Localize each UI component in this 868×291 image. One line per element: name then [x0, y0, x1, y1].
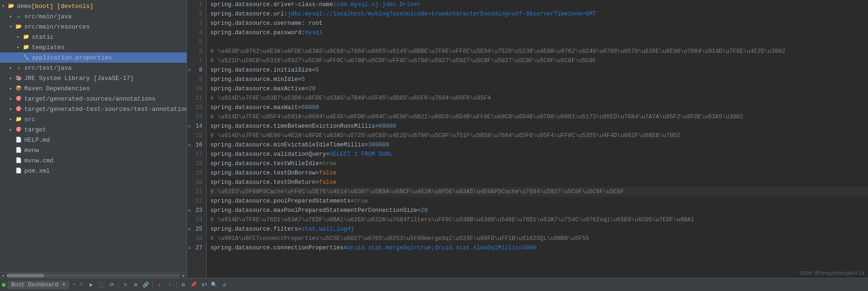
sidebar-item-jre[interactable]: JRE System Library [JavaSE-17] — [0, 73, 187, 83]
down-button[interactable]: ↓ — [155, 280, 164, 290]
code-line-9: spring.datasource.minIdle=5 — [210, 75, 868, 84]
jre-label: JRE System Library [JavaSE-17] — [24, 75, 134, 82]
scroll-left-icon[interactable]: ◂ — [0, 273, 6, 278]
close-tab-icon[interactable]: × — [62, 282, 65, 288]
line-num-26: 26 — [187, 234, 206, 243]
code-line-10: spring.datasource.maxActive=20 — [210, 84, 868, 94]
code-line-22: spring.datasource.poolPreparedStatements… — [210, 196, 868, 206]
arrow-icon — [9, 96, 15, 102]
scrollbar-track[interactable] — [7, 274, 180, 277]
code-line-26: # \u901A\u8FC7connectProperties\u5C5E\u6… — [210, 234, 868, 243]
sidebar-item-maven[interactable]: Maven Dependencies — [0, 83, 187, 94]
pin-button[interactable]: 📌 — [189, 280, 198, 290]
maximize-icon[interactable]: □ — [78, 282, 85, 288]
line-num-21: 21 — [187, 187, 206, 196]
code-line-11: # \u914D\u7F6E\u83B7\u53D6\u8FDE\u63A5\u… — [210, 94, 868, 103]
code-line-15: # \u914D\u7F6E\u4E00\u4E2A\u8FDE\u63A5\u… — [210, 131, 868, 140]
sidebar-item-target[interactable]: target — [0, 124, 187, 135]
sidebar-item-mvnw-cmd[interactable]: mvnw.cmd — [0, 155, 187, 166]
code-line-20: spring.datasource.testOnReturn=false — [210, 178, 868, 187]
java-icon — [15, 13, 22, 20]
search-button[interactable]: 🔍 — [209, 280, 219, 290]
status-dot — [2, 283, 6, 287]
sidebar-item-application-properties[interactable]: application.properties — [0, 52, 187, 63]
sidebar-item-target-generated[interactable]: target/generated-sources/annotations — [0, 94, 187, 104]
code-line-4: spring.datasource.password: mysql — [210, 28, 868, 37]
filter-button[interactable]: ⊟ — [179, 280, 188, 290]
edit-button[interactable]: ✎ — [121, 280, 130, 290]
tag-button[interactable]: 🏷 — [199, 280, 208, 290]
line-num-27: ⚠27 — [187, 243, 206, 253]
line-num-3: 3 — [187, 19, 206, 28]
arrow-icon — [9, 127, 15, 132]
line-num-2: 2 — [187, 9, 206, 19]
up-button[interactable]: ↑ — [165, 280, 174, 290]
arrow-icon — [9, 65, 15, 71]
line-num-17: 17 — [187, 150, 206, 159]
line-num-13: 13 — [187, 112, 206, 122]
horizontal-scrollbar[interactable]: ◂ ▸ — [0, 272, 187, 278]
target-label: target — [24, 126, 46, 133]
line-num-24: 24 — [187, 215, 206, 225]
sidebar-item-static[interactable]: static — [0, 32, 187, 42]
code-line-3: spring.datasource.username: root — [210, 19, 868, 28]
code-line-23: spring.datasource.maxPoolPreparedStateme… — [210, 206, 868, 215]
toolbar-separator-3 — [176, 281, 177, 289]
src-main-java-label: src/main/java — [24, 13, 72, 20]
warning-icon: ⚠ — [188, 206, 191, 215]
code-line-16: spring.datasource.minEvictableIdleTimeMi… — [210, 140, 868, 150]
code-line-21: # \u6253\u5F00PSCache\uFF0C\u5E76\u4E14\… — [210, 187, 868, 196]
boot-dashboard-tab[interactable]: Boot Dashboard × — [7, 281, 69, 289]
scrollbar-thumb[interactable] — [7, 274, 44, 277]
bottom-bar: Boot Dashboard × ─ □ ▶ ⬛ ⟳ ✎ ⚙ 🔗 ↓ ↑ ⊟ 📌… — [0, 278, 868, 291]
toolbar-separator — [118, 281, 119, 289]
sidebar-item-mvnw[interactable]: mvnw — [0, 145, 187, 155]
md-icon — [15, 136, 22, 144]
templates-icon — [22, 44, 30, 51]
sidebar-item-pom-xml[interactable]: pom.xml — [0, 166, 187, 176]
sidebar-item-src[interactable]: src — [0, 114, 187, 124]
minimize-icon[interactable]: ─ — [71, 282, 78, 288]
static-label: static — [32, 34, 54, 41]
link-button[interactable]: 🔗 — [141, 280, 151, 290]
src-label: src — [24, 116, 35, 123]
restart-button[interactable]: ⟳ — [107, 280, 116, 290]
arrow-icon — [17, 34, 22, 40]
folder-open-icon — [7, 2, 15, 10]
sidebar-item-demo[interactable]: demo [boot] [devtools] — [0, 1, 187, 11]
boot-dashboard-label: Boot Dashboard — [11, 282, 58, 288]
templates-label: templates — [32, 44, 65, 51]
stop-button[interactable]: ⬛ — [97, 280, 106, 290]
target-test-label: target/generated-test-sources/test-annot… — [24, 106, 187, 113]
code-line-13: # \u914D\u7F6E\u95F4\u591A\u9694\u4E45\u… — [210, 112, 868, 122]
demo-label: demo — [17, 3, 31, 10]
code-line-5 — [210, 37, 868, 47]
sidebar-item-src-test-java[interactable]: src/test/java — [0, 63, 187, 73]
sidebar-item-target-test[interactable]: target/generated-test-sources/test-annot… — [0, 104, 187, 114]
line-num-14: ⚠14 — [187, 122, 206, 131]
code-line-25: spring.datasource.filters=stat,wall,log4… — [210, 225, 868, 234]
sidebar-item-src-main-resources[interactable]: src/main/resources — [0, 22, 187, 32]
code-line-1: spring.datasource.driver-class-name: com… — [210, 0, 868, 9]
toolbar-separator-2 — [152, 281, 153, 289]
target-icon — [15, 105, 22, 113]
code-line-7: # \u521D\u59CB\u5316\u5927\u5C0F\uFF0C\u… — [210, 56, 868, 65]
run-button[interactable]: ▶ — [86, 280, 96, 290]
code-line-19: spring.datasource.testOnBorrow=false — [210, 168, 868, 178]
code-area[interactable]: spring.datasource.driver-class-name: com… — [207, 0, 868, 278]
settings-button[interactable]: ⚙ — [131, 280, 140, 290]
target-generated-label: target/generated-sources/annotations — [24, 95, 156, 102]
refresh-button[interactable]: ↺ — [220, 280, 229, 290]
scroll-right-icon[interactable]: ▸ — [181, 273, 187, 278]
sidebar-tree[interactable]: demo [boot] [devtools] src/main/java src… — [0, 0, 187, 272]
line-num-11: 11 — [187, 94, 206, 103]
sidebar-item-help-md[interactable]: HELP.md — [0, 135, 187, 145]
resources-icon — [15, 23, 22, 30]
line-num-18: 18 — [187, 159, 206, 168]
line-num-20: 20 — [187, 178, 206, 187]
line-num-25: ⚠25 — [187, 225, 206, 234]
demo-tags: [boot] [devtools] — [31, 3, 93, 10]
sidebar-item-src-main-java[interactable]: src/main/java — [0, 11, 187, 22]
target-icon — [15, 126, 22, 133]
sidebar-item-templates[interactable]: templates — [0, 42, 187, 52]
